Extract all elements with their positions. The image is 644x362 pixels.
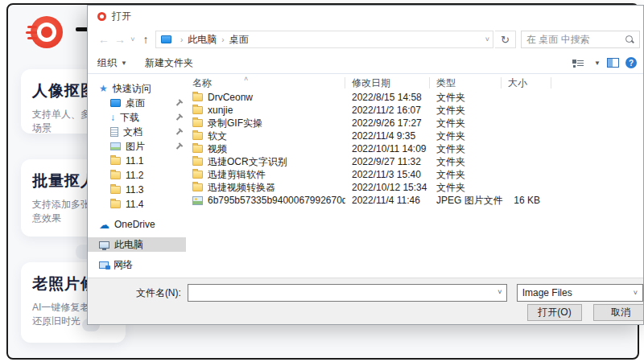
refresh-button[interactable]: ↻ <box>495 31 516 48</box>
sort-asc-icon: ˄ <box>244 75 248 84</box>
cancel-button[interactable]: 取消 <box>593 304 644 321</box>
forward-button-icon[interactable]: → <box>112 33 128 46</box>
column-header-type[interactable]: 类型 <box>430 77 502 88</box>
folder-icon <box>192 158 203 166</box>
filename-label: 文件名(N): <box>88 286 188 300</box>
command-toolbar: 组织 ▼ 新建文件夹 ▼ ? <box>88 52 643 74</box>
column-header-size[interactable]: 大小 <box>502 77 551 88</box>
file-row[interactable]: 软文 2022/11/4 9:35文件夹 <box>186 130 643 142</box>
jpeg-image-icon <box>192 196 203 205</box>
folder-icon <box>110 171 121 179</box>
file-row[interactable]: DrvCeonw 2022/8/15 14:58文件夹 <box>186 91 643 104</box>
list-header: 名称˄ 修改日期 类型 大小 <box>186 75 643 91</box>
app-logo-icon <box>27 14 63 50</box>
file-list: 名称˄ 修改日期 类型 大小 DrvCeonw 2022/8/15 14:58文… <box>186 75 643 278</box>
file-row[interactable]: 迅捷视频转换器 2022/10/12 15:34文件夹 <box>186 181 643 194</box>
search-icon <box>625 35 634 44</box>
breadcrumb-separator: › <box>221 35 224 44</box>
sidebar-item-11-2[interactable]: 11.2 <box>88 168 186 183</box>
file-row[interactable]: 迅捷剪辑软件 2022/11/3 15:40文件夹 <box>186 168 643 181</box>
cloud-icon: ☁ <box>99 220 109 230</box>
sidebar-item-downloads[interactable]: ↓下载 <box>88 110 186 125</box>
file-row[interactable]: 6b795b57335b9400067992670de369fe 2022/11… <box>186 194 643 207</box>
open-button[interactable]: 打开(O) <box>527 304 582 321</box>
sidebar-item-onedrive[interactable]: ☁OneDrive <box>88 217 186 232</box>
file-type-select[interactable]: Image Files ˅ <box>517 284 643 302</box>
picture-icon <box>110 142 121 150</box>
breadcrumb[interactable]: › 此电脑 › 桌面 ˅ <box>155 31 493 48</box>
pin-icon <box>176 115 181 120</box>
pin-icon <box>176 101 181 105</box>
column-header-name[interactable]: 名称˄ <box>186 77 345 88</box>
search-box[interactable]: 在 桌面 中搜索 <box>521 31 640 48</box>
folder-icon <box>192 93 203 101</box>
folder-icon <box>110 186 121 194</box>
history-chevron-icon[interactable]: ˅ <box>128 35 138 43</box>
column-header-date[interactable]: 修改日期 <box>345 77 430 88</box>
sidebar-item-quick-access[interactable]: ★快速访问 <box>88 81 186 96</box>
screen: 人像抠图 支持单人、多人、场景 批量抠人像 支持添加多张人像意效果 老照片修复 … <box>0 0 644 362</box>
folder-icon <box>110 200 121 208</box>
folder-icon <box>192 132 203 140</box>
desktop-icon <box>161 35 171 43</box>
folder-icon <box>192 183 203 191</box>
folder-icon <box>192 171 203 179</box>
sidebar: ★快速访问 桌面 ↓下载 文档 图片 11.1 11.2 11.3 11.4 ☁… <box>88 75 186 278</box>
help-icon[interactable]: ? <box>625 57 637 68</box>
sidebar-item-11-4[interactable]: 11.4 <box>88 197 186 212</box>
dialog-app-icon <box>97 12 106 21</box>
sidebar-item-11-3[interactable]: 11.3 <box>88 183 186 197</box>
folder-icon <box>192 145 203 153</box>
desktop-icon <box>110 99 121 107</box>
preview-pane-icon[interactable] <box>607 58 619 68</box>
computer-icon <box>99 241 109 249</box>
back-button-icon[interactable]: ← <box>96 33 112 46</box>
sidebar-item-11-1[interactable]: 11.1 <box>88 154 186 168</box>
document-icon <box>110 127 118 137</box>
new-folder-button[interactable]: 新建文件夹 <box>145 56 193 70</box>
folder-icon <box>192 106 203 114</box>
view-mode-chevron-icon[interactable]: ▼ <box>594 60 601 67</box>
sidebar-item-network[interactable]: 网络 <box>88 257 186 272</box>
filename-input[interactable] <box>188 284 507 302</box>
sidebar-item-desktop[interactable]: 桌面 <box>88 96 186 110</box>
organize-button[interactable]: 组织 ▼ <box>97 56 127 70</box>
chevron-down-icon: ˅ <box>634 289 638 297</box>
download-icon: ↓ <box>110 113 115 122</box>
network-icon <box>99 261 109 269</box>
dialog-footer: 文件名(N): ˅ Image Files ˅ 打开(O) 取消 <box>88 278 643 324</box>
navigation-bar: ← → ˅ ↑ › 此电脑 › 桌面 ˅ ↻ 在 桌面 中搜索 <box>88 27 643 52</box>
breadcrumb-this-pc[interactable]: 此电脑 <box>188 33 217 47</box>
dialog-titlebar[interactable]: 打开 <box>88 6 643 27</box>
open-file-dialog: 打开 ← → ˅ ↑ › 此电脑 › 桌面 ˅ ↻ 在 桌面 中搜索 组织 <box>87 5 644 325</box>
refresh-icon: ↻ <box>501 34 510 46</box>
dialog-title: 打开 <box>112 10 131 23</box>
folder-icon <box>110 157 121 165</box>
view-mode-icon[interactable] <box>572 59 584 68</box>
folder-icon <box>192 119 203 127</box>
breadcrumb-dropdown-icon[interactable]: ˅ <box>485 35 489 43</box>
sidebar-item-this-pc[interactable]: 此电脑 <box>88 237 186 252</box>
chevron-down-icon: ▼ <box>121 60 127 67</box>
sidebar-item-documents[interactable]: 文档 <box>88 125 186 139</box>
search-input[interactable]: 在 桌面 中搜索 <box>526 33 625 47</box>
file-row[interactable]: 视频 2022/10/11 14:09文件夹 <box>186 142 643 155</box>
file-row[interactable]: xunjie 2022/11/2 16:07文件夹 <box>186 104 643 117</box>
up-button-icon[interactable]: ↑ <box>138 33 154 46</box>
pin-icon <box>176 130 181 134</box>
file-row[interactable]: 录制GIF实操 2022/9/26 17:27文件夹 <box>186 117 643 130</box>
breadcrumb-desktop[interactable]: 桌面 <box>229 33 249 47</box>
sidebar-item-pictures[interactable]: 图片 <box>88 139 186 154</box>
file-row[interactable]: 迅捷OCR文字识别 2022/9/27 11:32文件夹 <box>186 155 643 168</box>
pin-icon <box>176 144 181 149</box>
star-icon: ★ <box>99 84 108 93</box>
breadcrumb-separator: › <box>180 35 183 44</box>
